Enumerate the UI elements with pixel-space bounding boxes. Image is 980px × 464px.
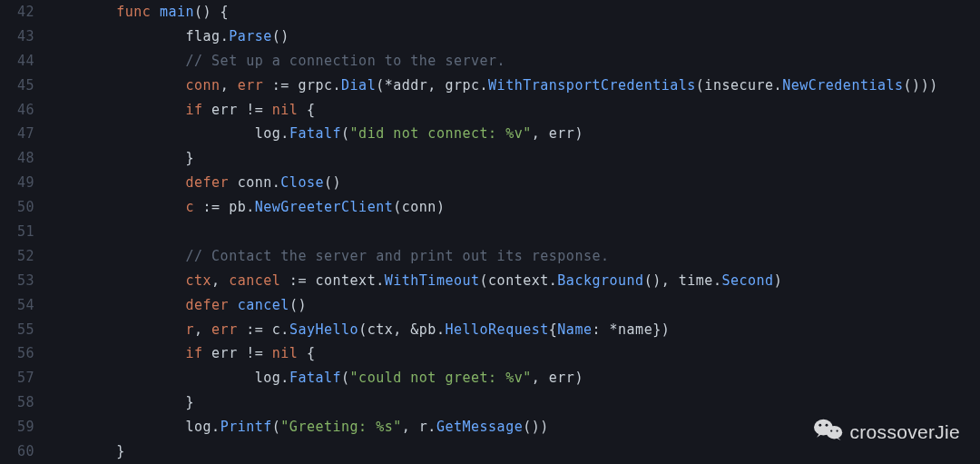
code-line: c := pb.NewGreeterClient(conn)	[47, 195, 980, 220]
token-op: (context.	[480, 272, 558, 289]
token-fn: main	[160, 4, 194, 20]
token-op: {	[549, 321, 558, 338]
code-line: flag.Parse()	[47, 25, 980, 49]
line-number: 46	[0, 98, 34, 123]
svg-point-2	[818, 424, 821, 427]
code-line: log.Fatalf("could not greet: %v", err)	[47, 366, 980, 390]
token-ident: err	[211, 102, 238, 118]
token-op: .	[246, 199, 255, 215]
token-str: "Greeting: %s"	[280, 419, 401, 435]
token-kw: if	[186, 102, 203, 118]
token-op	[203, 345, 212, 361]
token-ident: log	[255, 125, 281, 142]
token-ident: log	[255, 370, 281, 386]
code-line: defer cancel()	[47, 293, 980, 318]
token-redId: r	[186, 321, 195, 338]
token-op: (	[272, 419, 281, 435]
svg-point-5	[836, 430, 838, 432]
token-op: ()))	[904, 77, 938, 94]
code-line: }	[47, 390, 980, 415]
token-op: :=	[194, 199, 229, 215]
token-op: , err)	[532, 125, 583, 142]
token-fn: GetMessage	[436, 419, 523, 435]
line-number: 57	[0, 366, 34, 390]
svg-point-4	[830, 430, 832, 432]
token-fn: NewGreeterClient	[255, 199, 394, 215]
token-fn: Fatalf	[289, 125, 341, 142]
code-line: if err != nil {	[47, 341, 980, 366]
token-fn: Second	[721, 272, 773, 289]
token-ident: c	[272, 321, 281, 338]
token-op: , err)	[532, 370, 583, 386]
token-op: :=	[263, 77, 298, 94]
token-op: !=	[238, 345, 272, 361]
token-op: (	[341, 125, 350, 142]
token-op	[203, 102, 212, 118]
token-op: : *name})	[592, 321, 670, 338]
token-op: .	[376, 272, 385, 289]
code-line: }	[47, 146, 980, 171]
code-line: if err != nil {	[47, 98, 980, 123]
token-ident: grpc	[298, 77, 332, 94]
token-fn: Background	[557, 272, 643, 289]
code-line: func main() {	[47, 0, 980, 25]
token-fn: Close	[280, 174, 324, 191]
token-op: conn.	[229, 174, 280, 191]
token-fn: NewCredentials	[782, 77, 903, 94]
code-line: // Contact the server and print out its …	[47, 244, 980, 269]
line-number: 56	[0, 341, 34, 366]
token-str: "did not connect: %v"	[350, 125, 532, 142]
token-kw: defer	[186, 174, 230, 191]
code-line: ctx, cancel := context.WithTimeout(conte…	[47, 269, 980, 293]
code-content[interactable]: func main() { flag.Parse() // Set up a c…	[47, 0, 980, 464]
code-line	[47, 220, 980, 244]
token-op: (conn)	[393, 199, 445, 215]
svg-point-3	[825, 424, 828, 427]
token-str: "could not greet: %v"	[350, 370, 532, 386]
token-op: (*addr, grpc.	[376, 77, 488, 94]
token-kw: defer	[186, 297, 230, 313]
token-cmt: // Set up a connection to the server.	[186, 53, 506, 69]
token-op: ,	[220, 77, 238, 94]
token-op: .	[220, 28, 230, 44]
token-redId: nil	[272, 102, 299, 118]
token-op: (	[341, 370, 350, 386]
line-number: 54	[0, 293, 34, 318]
token-fn: Parse	[229, 28, 272, 44]
line-number-gutter: 42434445464748495051525354555657585960	[0, 0, 47, 464]
token-ident: pb	[229, 199, 246, 215]
token-op: {	[298, 345, 315, 361]
token-fn: HelloRequest	[445, 321, 548, 338]
line-number: 53	[0, 269, 34, 293]
token-type: Name	[557, 321, 592, 338]
token-redId: err	[238, 77, 264, 94]
token-op: ()	[272, 28, 289, 44]
code-line: defer conn.Close()	[47, 171, 980, 195]
line-number: 60	[0, 439, 34, 464]
token-fn: Fatalf	[289, 370, 341, 386]
token-fn: cancel	[238, 297, 289, 313]
code-editor: 42434445464748495051525354555657585960 f…	[0, 0, 980, 464]
token-op: (insecure.	[696, 77, 782, 94]
line-number: 47	[0, 122, 34, 146]
token-op: .	[280, 321, 289, 338]
token-fn: Dial	[341, 77, 376, 94]
token-op: .	[280, 125, 289, 142]
token-redId: err	[211, 321, 238, 338]
token-cmt: // Contact the server and print out its …	[186, 248, 610, 264]
token-kw: if	[186, 345, 203, 361]
token-op: }	[116, 443, 125, 459]
token-ident: err	[211, 345, 238, 361]
token-op: ,	[194, 321, 211, 338]
token-kw: func	[116, 4, 151, 20]
token-ident: context	[315, 272, 376, 289]
token-redId: c	[186, 199, 195, 215]
token-fn: WithTransportCredentials	[488, 77, 696, 94]
token-op: (ctx, &pb.	[358, 321, 445, 338]
token-op: )	[774, 272, 783, 289]
token-op: , r.	[402, 419, 436, 435]
line-number: 59	[0, 415, 34, 439]
token-op	[151, 4, 160, 20]
token-op: () {	[194, 4, 229, 20]
svg-point-1	[826, 426, 842, 439]
